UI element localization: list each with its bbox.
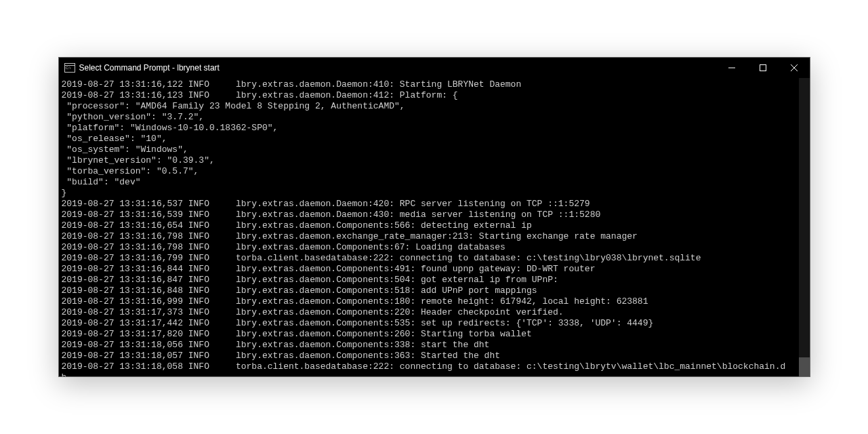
log-line: 2019-08-27 13:31:17,373 INFO lbry.extras… bbox=[62, 307, 807, 318]
close-icon bbox=[791, 64, 798, 71]
close-button[interactable] bbox=[779, 58, 810, 78]
scrollbar-track[interactable] bbox=[799, 78, 810, 376]
log-line: 2019-08-27 13:31:18,056 INFO lbry.extras… bbox=[62, 340, 807, 351]
log-line: } bbox=[62, 188, 807, 199]
log-line: 2019-08-27 13:31:16,847 INFO lbry.extras… bbox=[62, 275, 807, 285]
log-line: 2019-08-27 13:31:16,848 INFO lbry.extras… bbox=[62, 285, 807, 296]
log-line: 2019-08-27 13:31:16,539 INFO lbry.extras… bbox=[62, 210, 807, 220]
terminal-content[interactable]: 2019-08-27 13:31:16,122 INFO lbry.extras… bbox=[59, 78, 810, 376]
log-line: 2019-08-27 13:31:16,798 INFO lbry.extras… bbox=[62, 242, 807, 253]
terminal-body[interactable]: 2019-08-27 13:31:16,122 INFO lbry.extras… bbox=[59, 78, 810, 376]
minimize-button[interactable] bbox=[716, 58, 747, 78]
log-line: "torba_version": "0.5.7", bbox=[62, 166, 807, 177]
log-line: 2019-08-27 13:31:18,057 INFO lbry.extras… bbox=[62, 351, 807, 361]
log-line: b bbox=[62, 372, 807, 376]
titlebar-left: Select Command Prompt - lbrynet start bbox=[59, 63, 220, 73]
log-line: 2019-08-27 13:31:16,798 INFO lbry.extras… bbox=[62, 231, 807, 242]
log-line: 2019-08-27 13:31:16,123 INFO lbry.extras… bbox=[62, 90, 807, 101]
log-line: "processor": "AMD64 Family 23 Model 8 St… bbox=[62, 101, 807, 112]
minimize-icon bbox=[728, 64, 735, 71]
log-line: 2019-08-27 13:31:17,442 INFO lbry.extras… bbox=[62, 318, 807, 329]
log-line: "os_release": "10", bbox=[62, 134, 807, 144]
scrollbar-thumb[interactable] bbox=[799, 357, 810, 376]
maximize-button[interactable] bbox=[747, 58, 779, 78]
log-line: 2019-08-27 13:31:17,820 INFO lbry.extras… bbox=[62, 329, 807, 340]
command-prompt-icon bbox=[64, 63, 75, 73]
command-prompt-window: Select Command Prompt - lbrynet start 20… bbox=[58, 57, 810, 377]
log-line: 2019-08-27 13:31:16,844 INFO lbry.extras… bbox=[62, 264, 807, 275]
log-line: 2019-08-27 13:31:16,654 INFO lbry.extras… bbox=[62, 220, 807, 231]
maximize-icon bbox=[760, 64, 766, 71]
titlebar-controls bbox=[716, 58, 810, 78]
window-title: Select Command Prompt - lbrynet start bbox=[79, 63, 220, 73]
log-line: "os_system": "Windows", bbox=[62, 144, 807, 155]
log-line: 2019-08-27 13:31:16,537 INFO lbry.extras… bbox=[62, 199, 807, 210]
log-line: 2019-08-27 13:31:16,122 INFO lbry.extras… bbox=[62, 79, 807, 90]
svg-rect-1 bbox=[760, 65, 766, 71]
log-line: "lbrynet_version": "0.39.3", bbox=[62, 155, 807, 166]
log-line: "python_version": "3.7.2", bbox=[62, 112, 807, 123]
log-line: "build": "dev" bbox=[62, 177, 807, 188]
log-line: 2019-08-27 13:31:16,999 INFO lbry.extras… bbox=[62, 296, 807, 307]
log-line: 2019-08-27 13:31:18,058 INFO torba.clien… bbox=[62, 361, 807, 372]
log-line: 2019-08-27 13:31:16,799 INFO torba.clien… bbox=[62, 253, 807, 264]
log-line: "platform": "Windows-10-10.0.18362-SP0", bbox=[62, 123, 807, 134]
titlebar[interactable]: Select Command Prompt - lbrynet start bbox=[59, 58, 810, 78]
